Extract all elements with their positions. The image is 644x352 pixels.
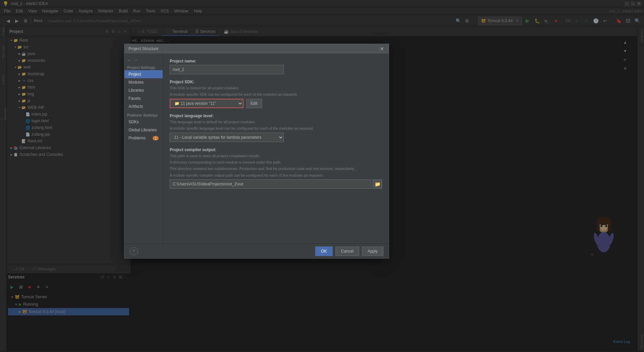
nav-artifacts[interactable]: Artifacts [124, 102, 163, 111]
nav-global-libraries[interactable]: Global Libraries [124, 126, 163, 134]
compiler-output-group: Project compiler output: This path is us… [170, 147, 382, 189]
lang-desc2: A module specific language level can be … [170, 126, 382, 131]
dialog-sidebar: ← → Project Settings Project Modules Lib… [124, 53, 163, 244]
dialog-body: ← → Project Settings Project Modules Lib… [124, 53, 389, 244]
project-settings-header: Project Settings [124, 64, 163, 70]
dialog-help-button[interactable]: ? [130, 247, 138, 255]
dialog-content: Project name: Project SDK: This SDK is d… [163, 53, 389, 244]
compiler-output-browse-button[interactable]: 📁 [373, 179, 382, 189]
lang-level-select[interactable]: 11 - Local variable syntax for lambda pa… [170, 133, 284, 142]
lang-select-wrapper: 11 - Local variable syntax for lambda pa… [170, 133, 382, 142]
problems-label: Problems [128, 136, 146, 140]
nav-modules[interactable]: Modules [124, 78, 163, 86]
dialog-cancel-button[interactable]: Cancel [335, 247, 359, 256]
compiler-output-row: 📁 [170, 179, 382, 189]
dialog-ok-button[interactable]: OK [315, 247, 332, 256]
sdk-edit-button[interactable]: Edit [246, 99, 262, 108]
dialog-back-button[interactable]: ← [127, 57, 132, 63]
compiler-desc2: A directory corresponding to each module… [170, 160, 382, 165]
dialog-title: Project Structure [128, 46, 158, 51]
project-name-label: Project name: [170, 59, 382, 63]
sdk-select[interactable]: 📁 11 java version "11" [170, 99, 244, 108]
nav-problems[interactable]: Problems 1 [124, 134, 163, 142]
compiler-desc1: This path is used to store all project c… [170, 153, 382, 159]
compiler-desc3: This directory contains two subdirectori… [170, 166, 382, 171]
sdk-desc2: A module specific SDK can be configured … [170, 92, 382, 97]
sdk-row: 📁 11 java version "11" Edit [170, 99, 382, 108]
sdk-label: Project SDK: [170, 80, 382, 84]
sdk-desc1: This SDK is default for all project modu… [170, 86, 382, 91]
lang-level-label: Project language level: [170, 114, 382, 118]
nav-facets[interactable]: Facets [124, 94, 163, 102]
dialog-nav-arrows: ← → [124, 56, 163, 64]
nav-libraries[interactable]: Libraries [124, 86, 163, 94]
modal-overlay: Project Structure ✕ ← → Project Settings… [0, 0, 644, 352]
problems-badge: 1 [153, 136, 159, 140]
project-name-group: Project name: [170, 59, 382, 74]
platform-settings-header: Platform Settings [124, 111, 163, 118]
compiler-output-label: Project compiler output: [170, 147, 382, 152]
dialog-forward-button[interactable]: → [133, 57, 138, 63]
nav-sdks[interactable]: SDKs [124, 118, 163, 126]
sdk-select-wrapper: 📁 11 java version "11" [170, 99, 244, 108]
compiler-output-input[interactable] [170, 179, 371, 189]
dialog-apply-button[interactable]: Apply [362, 247, 383, 256]
project-name-input[interactable] [170, 65, 284, 74]
project-structure-dialog: Project Structure ✕ ← → Project Settings… [124, 44, 389, 259]
lang-level-group: Project language level: This language le… [170, 114, 382, 142]
lang-desc1: This language level is default for all p… [170, 120, 382, 125]
nav-project[interactable]: Project [124, 70, 163, 78]
dialog-footer: ? OK Cancel Apply [124, 244, 389, 258]
compiler-desc4: A module specific compiler output path c… [170, 173, 382, 178]
dialog-title-bar: Project Structure ✕ [124, 44, 389, 53]
dialog-close-button[interactable]: ✕ [379, 46, 385, 51]
sdk-group: Project SDK: This SDK is default for all… [170, 80, 382, 108]
